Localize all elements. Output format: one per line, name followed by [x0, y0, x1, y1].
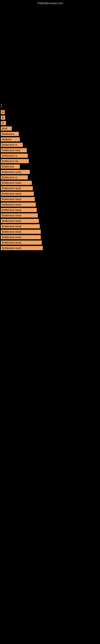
list-item-21: Bottleneck result	[1, 213, 38, 218]
list-item-12: Bottleneck	[1, 164, 20, 169]
list-item-9: Bottleneck resul	[1, 148, 27, 152]
list-item-11: Bottleneck res	[1, 159, 29, 163]
list-item-4: B	[1, 121, 6, 125]
list-item-16: Bottleneck result	[1, 186, 33, 190]
list-item-18: Bottleneck result	[1, 197, 35, 201]
site-title: TheBottlenecker.com	[0, 0, 100, 6]
list-item-8: Bottleneck re	[1, 143, 23, 147]
list-item-14: Bottleneck re	[1, 175, 28, 180]
list-item-26: Bottleneck result	[1, 240, 42, 245]
list-item-22: Bottleneck result	[1, 219, 39, 223]
list-item-10: Bottleneck re	[1, 154, 28, 158]
list-item-20: Bottleneck result	[1, 208, 37, 212]
list-item-7: Bottlene	[1, 137, 20, 142]
main-content-area	[0, 6, 100, 102]
list-item-15: Bottleneck result	[1, 181, 32, 185]
list-item-17: Bottleneck result	[1, 192, 34, 196]
list-item-2: B	[1, 110, 5, 114]
list-item-27: Bottleneck result	[1, 246, 43, 250]
list-item-19: Bottleneck result	[1, 202, 36, 207]
cursor-indicator: |	[0, 102, 100, 109]
list-item-24: Bottleneck result	[1, 230, 41, 234]
list-item-23: Bottleneck result	[1, 224, 40, 228]
list-item-5: Bottl	[1, 126, 12, 130]
list-item-6: Bottleneck	[1, 132, 19, 136]
list-item-3: E	[1, 116, 5, 120]
list-item-13: Bottleneck result	[1, 170, 30, 174]
list-item-25: Bottleneck result	[1, 235, 41, 239]
